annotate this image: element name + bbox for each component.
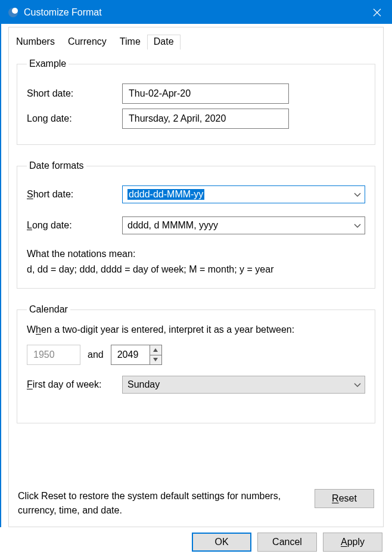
dialog-buttons: OK Cancel Apply (1, 527, 392, 557)
year-from-input: 1950 (27, 345, 80, 365)
label-first-day: First day of week: (27, 379, 122, 390)
chevron-down-icon (354, 220, 361, 231)
tab-date[interactable]: Date (147, 35, 181, 49)
value-example-short: Thu-02-Apr-20 (122, 83, 289, 104)
reset-button[interactable]: Reset (315, 489, 374, 508)
titlebar: Customize Format (1, 1, 392, 24)
legend-calendar: Calendar (27, 304, 70, 315)
value-example-long: Thursday, 2 April, 2020 (122, 109, 289, 129)
spin-down-icon[interactable] (150, 355, 161, 365)
short-date-format-value: dddd-dd-MMM-yy (127, 189, 204, 200)
legend-date-formats: Date formats (27, 160, 86, 171)
notations-line2: d, dd = day; ddd, dddd = day of week; M … (27, 262, 365, 277)
tab-numbers[interactable]: Numbers (10, 35, 61, 49)
window-title: Customize Format (24, 7, 102, 18)
tab-strip: Numbers Currency Time Date (1, 24, 392, 49)
long-date-format-combo[interactable]: dddd, d MMMM, yyyy (122, 216, 365, 234)
tab-currency[interactable]: Currency (61, 35, 113, 49)
group-date-formats: Date formats Short date: dddd-dd-MMM-yy … (17, 160, 375, 289)
year-to-value: 2049 (111, 345, 150, 364)
chevron-down-icon (354, 379, 361, 390)
chevron-down-icon (354, 189, 361, 200)
tab-content-date: Example Short date: Thu-02-Apr-20 Long d… (8, 50, 384, 527)
label-two-digit-year: When a two-digit year is entered, interp… (27, 324, 365, 335)
label-short-date-format: Short date: (27, 189, 122, 200)
label-long-date-format: Long date: (27, 220, 122, 231)
apply-button[interactable]: Apply (323, 533, 382, 552)
notations-help: What the notations mean: d, dd = day; dd… (27, 246, 365, 277)
year-to-spin-buttons[interactable] (150, 345, 161, 364)
short-date-format-combo[interactable]: dddd-dd-MMM-yy (122, 185, 365, 203)
year-to-spinner[interactable]: 2049 (111, 345, 162, 365)
first-day-combo[interactable]: Sunday (122, 376, 365, 394)
reset-row: Click Reset to restore the system defaul… (18, 489, 374, 518)
tab-time[interactable]: Time (113, 35, 147, 49)
label-example-short: Short date: (27, 88, 122, 99)
first-day-value: Sunday (127, 379, 160, 390)
group-calendar: Calendar When a two-digit year is entere… (17, 304, 375, 423)
long-date-format-value: dddd, d MMMM, yyyy (127, 220, 218, 231)
ok-button[interactable]: OK (192, 533, 251, 552)
label-example-long: Long date: (27, 113, 122, 124)
cancel-button[interactable]: Cancel (257, 533, 317, 552)
notations-line1: What the notations mean: (27, 246, 365, 262)
spin-up-icon[interactable] (150, 345, 161, 355)
group-example: Example Short date: Thu-02-Apr-20 Long d… (17, 58, 375, 145)
reset-help-text: Click Reset to restore the system defaul… (18, 489, 303, 518)
legend-example: Example (27, 58, 69, 69)
app-icon (7, 7, 19, 18)
label-and: and (88, 349, 104, 360)
close-button[interactable] (362, 1, 392, 24)
